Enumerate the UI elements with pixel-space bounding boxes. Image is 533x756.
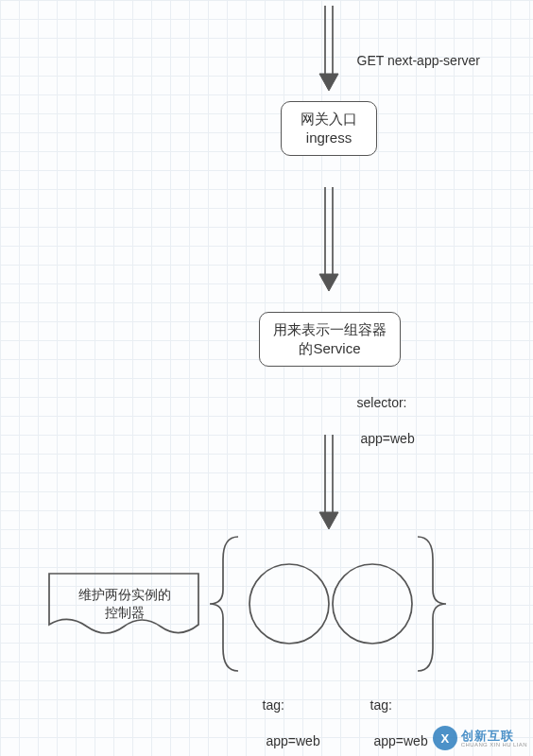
watermark: X 创新互联 CHUANG XIN HU LIAN [433,726,527,750]
controller-line2: 控制器 [105,605,145,620]
service-line1: 用来表示一组容器 [273,320,387,339]
arrow-service-to-pods [319,435,338,529]
request-text: GET next-app-server [357,53,480,68]
label-pod1-tag: tag: app=web version=1 [248,679,324,756]
pod2-tag-line1: tag: [370,697,392,713]
node-ingress: 网关入口 ingress [281,101,377,156]
pod2-tag-line2: app=web [370,733,428,748]
arrow-request-to-ingress [319,6,338,91]
controller-line1: 维护两份实例的 [78,587,171,602]
label-selector: selector: app=web [342,376,415,465]
pod1-tag-line1: tag: [263,697,284,713]
pod1-tag-line2: app=web [263,733,320,748]
service-line2: 的Service [273,339,387,358]
watermark-icon-letter: X [440,731,449,746]
diagram-canvas: GET next-app-server 网关入口 ingress 用来表示一组容… [0,0,533,756]
watermark-en: CHUANG XIN HU LIAN [461,742,527,747]
watermark-text: 创新互联 CHUANG XIN HU LIAN [461,730,527,747]
svg-marker-5 [319,274,338,291]
ingress-line2: ingress [301,129,357,147]
pods-group-braces [210,537,446,671]
label-pod2-tag: tag: app=web version=1 [355,679,432,756]
arrow-ingress-to-service [319,187,338,291]
ingress-line1: 网关入口 [301,110,357,129]
watermark-cn: 创新互联 [461,730,527,742]
selector-line2: app=web [357,431,415,446]
note-controller: 维护两份实例的 控制器 [68,586,181,622]
watermark-icon: X [433,726,457,750]
label-request: GET next-app-server [342,34,480,88]
svg-marker-8 [319,512,338,529]
selector-line1: selector: [357,395,407,410]
node-service: 用来表示一组容器 的Service [259,312,401,367]
svg-point-9 [249,564,329,644]
svg-marker-2 [319,74,338,91]
svg-point-10 [333,564,412,644]
